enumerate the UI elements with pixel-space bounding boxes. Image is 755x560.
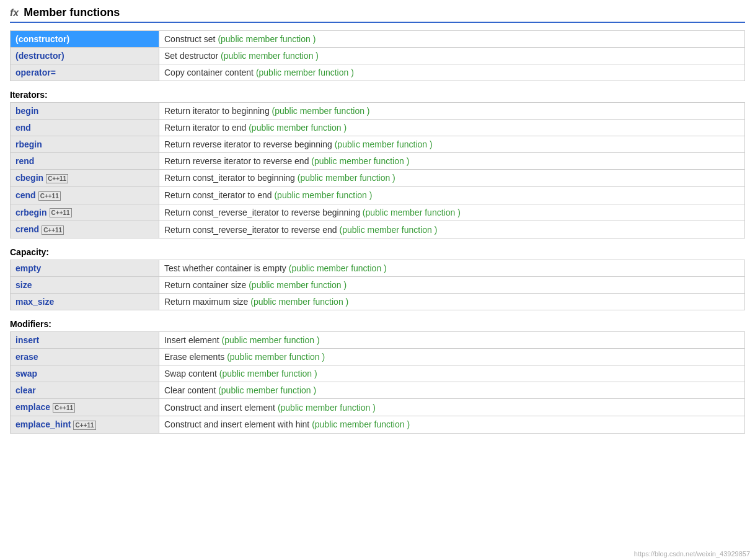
- function-name: rend: [15, 156, 34, 166]
- table-capacity: emptyTest whether container is empty (pu…: [10, 260, 745, 310]
- function-description-cell: Construct and insert element with hint (…: [159, 416, 745, 433]
- table-row: (constructor)Construct set (public membe…: [11, 31, 745, 48]
- function-name-cell[interactable]: clear: [11, 382, 159, 399]
- table-row: swapSwap content (public member function…: [11, 365, 745, 382]
- function-name: size: [15, 280, 32, 290]
- function-name-cell[interactable]: rend: [11, 153, 159, 170]
- function-tag: (public member function ): [278, 403, 376, 413]
- function-tag: (public member function ): [221, 51, 319, 61]
- function-name-cell[interactable]: erase: [11, 349, 159, 365]
- table-row: beginReturn iterator to beginning (publi…: [11, 103, 745, 120]
- function-name: begin: [15, 106, 38, 116]
- function-description-cell: Return const_reverse_iterator to reverse…: [159, 221, 745, 238]
- function-tag: (public member function ): [256, 68, 354, 77]
- function-tag: (public member function ): [219, 369, 317, 378]
- function-tag: (public member function ): [249, 123, 347, 133]
- table-row: emptyTest whether container is empty (pu…: [11, 260, 745, 277]
- table-iterators: beginReturn iterator to beginning (publi…: [10, 102, 745, 238]
- function-description-cell: Set destructor (public member function ): [159, 48, 745, 64]
- function-tag: (public member function ): [218, 385, 316, 395]
- table-row: eraseErase elements (public member funct…: [11, 349, 745, 365]
- page-header: fx Member functions: [10, 6, 745, 23]
- sections-container: (constructor)Construct set (public membe…: [10, 30, 745, 434]
- function-name: erase: [15, 352, 38, 362]
- function-tag: (public member function ): [312, 419, 410, 429]
- function-tag: (public member function ): [227, 352, 325, 362]
- function-description-cell: Swap content (public member function ): [159, 365, 745, 382]
- table-row: rbeginReturn reverse iterator to reverse…: [11, 136, 745, 153]
- function-description-cell: Clear content (public member function ): [159, 382, 745, 399]
- function-description-cell: Return reverse iterator to reverse begin…: [159, 136, 745, 153]
- function-tag: (public member function ): [311, 156, 409, 166]
- function-name: empty: [15, 263, 41, 273]
- table-row: crbeginC++11Return const_reverse_iterato…: [11, 204, 745, 221]
- function-name: (constructor): [15, 34, 69, 44]
- function-name: rbegin: [15, 139, 42, 149]
- function-description-cell: Construct and insert element (public mem…: [159, 399, 745, 416]
- function-name-cell[interactable]: empty: [11, 260, 159, 277]
- function-description-cell: Test whether container is empty (public …: [159, 260, 745, 277]
- section-header-iterators: Iterators:: [10, 90, 745, 100]
- page-title: Member functions: [24, 6, 120, 19]
- function-name: insert: [15, 335, 39, 345]
- function-name: (destructor): [15, 51, 64, 61]
- cpp11-badge: C++11: [38, 191, 61, 201]
- function-name-cell[interactable]: begin: [11, 103, 159, 120]
- function-name: operator=: [15, 68, 56, 77]
- function-description-cell: Return reverse iterator to reverse end (…: [159, 153, 745, 170]
- table-row: operator=Copy container content (public …: [11, 64, 745, 81]
- table-row: (destructor)Set destructor (public membe…: [11, 48, 745, 64]
- table-row: emplaceC++11Construct and insert element…: [11, 399, 745, 416]
- table-row: endReturn iterator to end (public member…: [11, 120, 745, 136]
- function-name: crend: [15, 224, 39, 234]
- function-description-cell: Return const_reverse_iterator to reverse…: [159, 204, 745, 221]
- function-name-cell[interactable]: size: [11, 277, 159, 294]
- table-row: clearClear content (public member functi…: [11, 382, 745, 399]
- function-tag: (public member function ): [298, 173, 395, 183]
- function-name: cend: [15, 190, 36, 200]
- function-name-cell[interactable]: cendC++11: [11, 186, 159, 204]
- table-modifiers: insertInsert element (public member func…: [10, 331, 745, 434]
- section-header-capacity: Capacity:: [10, 247, 745, 257]
- cpp11-badge: C++11: [53, 403, 75, 413]
- function-name-cell[interactable]: max_size: [11, 294, 159, 310]
- function-name-cell[interactable]: cbeginC++11: [11, 170, 159, 187]
- table-row: max_sizeReturn maximum size (public memb…: [11, 294, 745, 310]
- function-name-cell[interactable]: emplaceC++11: [11, 399, 159, 416]
- function-name: crbegin: [15, 208, 47, 217]
- function-name-cell[interactable]: crendC++11: [11, 221, 159, 238]
- function-name-cell[interactable]: crbeginC++11: [11, 204, 159, 221]
- function-name-cell[interactable]: (constructor): [11, 31, 159, 48]
- table-row: rendReturn reverse iterator to reverse e…: [11, 153, 745, 170]
- function-tag: (public member function ): [339, 225, 437, 235]
- cpp11-badge: C++11: [50, 208, 72, 217]
- function-tag: (public member function ): [272, 106, 370, 116]
- function-name: cbegin: [15, 173, 43, 183]
- function-description-cell: Return maximum size (public member funct…: [159, 294, 745, 310]
- cpp11-badge: C++11: [42, 225, 64, 235]
- function-name: swap: [15, 369, 37, 378]
- function-name-cell[interactable]: end: [11, 120, 159, 136]
- function-name-cell[interactable]: emplace_hintC++11: [11, 416, 159, 433]
- function-name: clear: [15, 385, 36, 395]
- function-description-cell: Copy container content (public member fu…: [159, 64, 745, 81]
- function-tag: (public member function ): [218, 34, 316, 44]
- function-name-cell[interactable]: insert: [11, 332, 159, 349]
- function-tag: (public member function ): [274, 190, 372, 200]
- table-row: crendC++11Return const_reverse_iterator …: [11, 221, 745, 238]
- function-name-cell[interactable]: operator=: [11, 64, 159, 81]
- function-description-cell: Construct set (public member function ): [159, 31, 745, 48]
- function-tag: (public member function ): [222, 335, 320, 345]
- function-description-cell: Return const_iterator to beginning (publ…: [159, 170, 745, 187]
- function-description-cell: Insert element (public member function ): [159, 332, 745, 349]
- table-row: emplace_hintC++11Construct and insert el…: [11, 416, 745, 433]
- function-name-cell[interactable]: rbegin: [11, 136, 159, 153]
- fx-icon: fx: [10, 7, 19, 19]
- function-name-cell[interactable]: (destructor): [11, 48, 159, 64]
- function-description-cell: Erase elements (public member function ): [159, 349, 745, 365]
- function-tag: (public member function ): [249, 280, 347, 290]
- function-tag: (public member function ): [363, 208, 461, 217]
- function-tag: (public member function ): [289, 263, 387, 273]
- function-name-cell[interactable]: swap: [11, 365, 159, 382]
- function-tag: (public member function ): [335, 139, 433, 149]
